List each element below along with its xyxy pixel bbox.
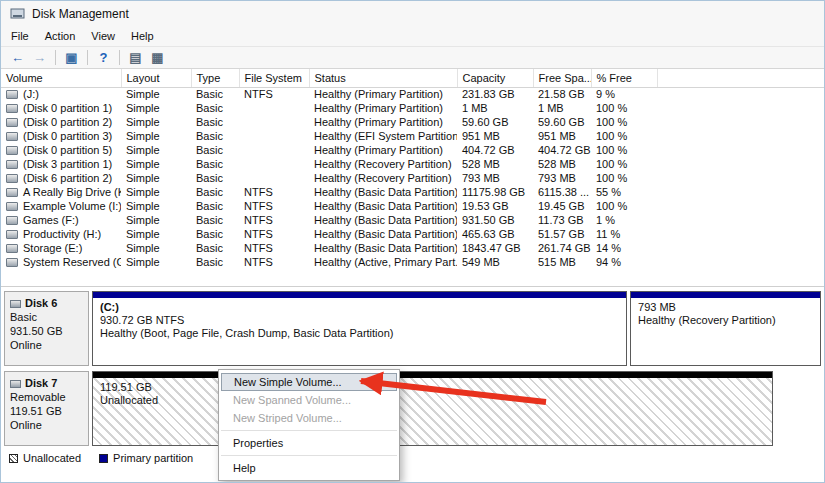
table-row[interactable]: (Disk 3 partition 1)SimpleBasicHealthy (… [1, 157, 824, 171]
disk-name-text: Disk 7 [25, 377, 57, 389]
cell: 21.58 GB [533, 87, 591, 101]
column-header-layout[interactable]: Layout [121, 69, 191, 87]
cell: Healthy (Recovery Partition) [309, 171, 457, 185]
volume-cell: (J:) [1, 87, 121, 101]
drive-icon [6, 174, 18, 183]
legend: UnallocatedPrimary partition [1, 449, 824, 467]
help-icon[interactable]: ? [94, 50, 113, 65]
cell: Healthy (Basic Data Partition) [309, 185, 457, 199]
volume-name: Example Volume (I:) [23, 200, 121, 212]
cell [239, 143, 309, 157]
menu-help[interactable]: Help [123, 28, 162, 44]
table-row[interactable]: A Really Big Drive (K:)SimpleBasicNTFSHe… [1, 185, 824, 199]
cell: Healthy (Basic Data Partition) [309, 199, 457, 213]
graphical-view-icon[interactable]: ▦ [148, 50, 167, 65]
table-row[interactable]: Example Volume (I:)SimpleBasicNTFSHealth… [1, 199, 824, 213]
cell: Simple [121, 157, 191, 171]
cell-filler [657, 255, 824, 269]
table-row[interactable]: (Disk 0 partition 3)SimpleBasicHealthy (… [1, 129, 824, 143]
cell: Basic [191, 157, 239, 171]
cell: Basic [191, 227, 239, 241]
table-row[interactable]: (Disk 6 partition 2)SimpleBasicHealthy (… [1, 171, 824, 185]
table-row[interactable]: Storage (E:)SimpleBasicNTFSHealthy (Basi… [1, 241, 824, 255]
cell [239, 129, 309, 143]
cell: Healthy (Primary Partition) [309, 87, 457, 101]
cell: 404.72 GB [533, 143, 591, 157]
statusbar-filler [1, 467, 824, 482]
volume-cell: Games (F:) [1, 213, 121, 227]
context-menu-item-properties[interactable]: Properties [219, 434, 399, 452]
partition-primary[interactable]: 793 MBHealthy (Recovery Partition) [630, 291, 821, 366]
table-row[interactable]: (J:)SimpleBasicNTFSHealthy (Primary Part… [1, 87, 824, 101]
disk-size: 119.51 GB [10, 404, 83, 418]
cell [239, 101, 309, 115]
cell: Basic [191, 171, 239, 185]
volume-cell: (Disk 0 partition 2) [1, 115, 121, 129]
table-row[interactable]: (Disk 0 partition 1)SimpleBasicHealthy (… [1, 101, 824, 115]
disk-list-view-icon[interactable]: ▤ [126, 50, 145, 65]
cell-filler [657, 157, 824, 171]
partition-text-line: Healthy (Boot, Page File, Crash Dump, Ba… [100, 327, 619, 340]
volume-cell: (Disk 6 partition 2) [1, 171, 121, 185]
column-header-volume[interactable]: Volume [1, 69, 121, 87]
partition-unallocated[interactable]: 119.51 GBUnallocated [92, 371, 773, 446]
disk-row-disk-7: Disk 7Removable119.51 GBOnline119.51 GBU… [4, 371, 821, 446]
column-header-free-spa[interactable]: Free Spa... [533, 69, 591, 87]
column-header-free[interactable]: % Free [591, 69, 657, 87]
cell [239, 157, 309, 171]
cell: 59.60 GB [533, 115, 591, 129]
cell: 19.45 GB [533, 199, 591, 213]
cell-filler [657, 129, 824, 143]
menu-separator [221, 455, 397, 456]
menubar: FileActionViewHelp [1, 26, 824, 46]
column-header-status[interactable]: Status [309, 69, 457, 87]
cell: Basic [191, 213, 239, 227]
cell [239, 115, 309, 129]
cell-filler [657, 227, 824, 241]
cell: Basic [191, 241, 239, 255]
cell-filler [657, 87, 824, 101]
disk-label-disk-7[interactable]: Disk 7Removable119.51 GBOnline [4, 371, 89, 446]
table-row[interactable]: (Disk 0 partition 5)SimpleBasicHealthy (… [1, 143, 824, 157]
column-header-file-system[interactable]: File System [239, 69, 309, 87]
volume-name: Games (F:) [23, 214, 79, 226]
cell-filler [657, 185, 824, 199]
volume-cell: Productivity (H:) [1, 227, 121, 241]
table-row[interactable]: Productivity (H:)SimpleBasicNTFSHealthy … [1, 227, 824, 241]
cell: 19.53 GB [457, 199, 533, 213]
cell: Healthy (Active, Primary Part... [309, 255, 457, 269]
table-row[interactable]: Games (F:)SimpleBasicNTFSHealthy (Basic … [1, 213, 824, 227]
cell: Healthy (EFI System Partition) [309, 129, 457, 143]
table-row[interactable]: System Reserved (G:)SimpleBasicNTFSHealt… [1, 255, 824, 269]
cell: 100 % [591, 143, 657, 157]
cell: 404.72 GB [457, 143, 533, 157]
column-header-capacity[interactable]: Capacity [457, 69, 533, 87]
volume-cell: (Disk 0 partition 3) [1, 129, 121, 143]
cell-filler [657, 213, 824, 227]
partition-text-line: Unallocated [100, 394, 765, 407]
column-header-type[interactable]: Type [191, 69, 239, 87]
disk-label-disk-6[interactable]: Disk 6Basic931.50 GBOnline [4, 291, 89, 366]
volume-cell: (Disk 0 partition 1) [1, 101, 121, 115]
partition-primary[interactable]: (C:)930.72 GB NTFSHealthy (Boot, Page Fi… [92, 291, 627, 366]
volume-cell: A Really Big Drive (K:) [1, 185, 121, 199]
menu-file[interactable]: File [3, 28, 37, 44]
drive-icon [6, 118, 18, 127]
context-menu-item-help[interactable]: Help [219, 459, 399, 477]
drive-icon [6, 188, 18, 197]
cell: 1 MB [457, 101, 533, 115]
menu-action[interactable]: Action [37, 28, 84, 44]
table-row[interactable]: (Disk 0 partition 2)SimpleBasicHealthy (… [1, 115, 824, 129]
back-icon[interactable]: ← [8, 50, 27, 65]
console-window-icon[interactable]: ▣ [62, 50, 81, 65]
partition-body: (C:)930.72 GB NTFSHealthy (Boot, Page Fi… [93, 298, 626, 365]
volume-name: Storage (E:) [23, 242, 82, 254]
cell: 549 MB [457, 255, 533, 269]
menu-view[interactable]: View [83, 28, 123, 44]
legend-swatch-unallocated [9, 454, 18, 463]
cell: NTFS [239, 227, 309, 241]
disk-type: Removable [10, 390, 83, 404]
forward-icon[interactable]: → [30, 50, 49, 65]
context-menu-item-new-simple-volume[interactable]: New Simple Volume... [221, 373, 397, 391]
cell: 465.63 GB [457, 227, 533, 241]
